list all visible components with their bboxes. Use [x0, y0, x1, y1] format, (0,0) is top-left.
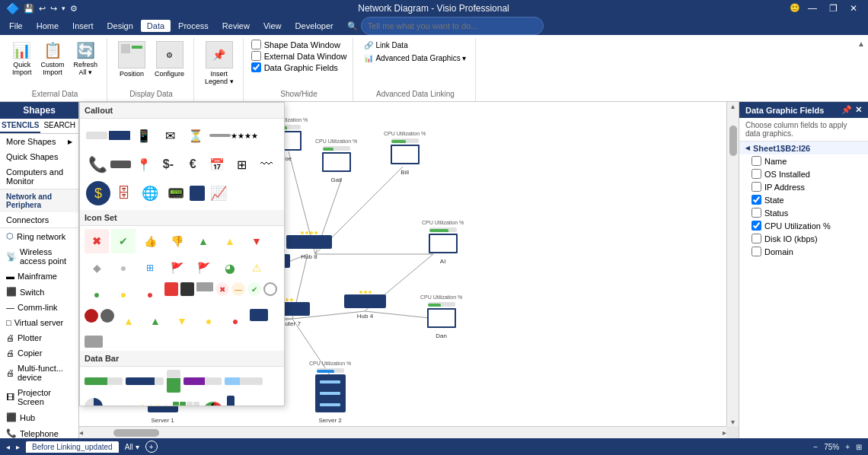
restore-button[interactable]: ❐: [825, 3, 842, 14]
scroll-pages-left-button[interactable]: ◂: [6, 443, 10, 451]
nav-telephone[interactable]: 📞 Telephone: [0, 425, 78, 438]
data-bar-light[interactable]: [225, 377, 263, 385]
icon-thumbup-blue[interactable]: 👍: [138, 229, 162, 253]
icon-dash-circle[interactable]: —: [231, 282, 245, 296]
callout-shape-phone[interactable]: 📞: [86, 152, 109, 177]
nav-more-shapes[interactable]: More Shapes: [0, 134, 78, 149]
nav-comm-link[interactable]: — Comm-link: [0, 300, 78, 315]
callout-shape-coin[interactable]: $: [86, 181, 110, 205]
checkbox-disk[interactable]: [752, 234, 761, 243]
nav-mainframe[interactable]: ▬ Mainframe: [0, 269, 78, 284]
quick-dropdown[interactable]: ▾: [62, 5, 65, 12]
icon-x-circle[interactable]: ✖: [215, 282, 229, 296]
insert-legend-button[interactable]: 📌 InsertLegend ▾: [202, 40, 237, 87]
fit-page-button[interactable]: ⊞: [856, 443, 862, 451]
icon-square-gray-large[interactable]: [85, 336, 103, 348]
configure-button[interactable]: ⚙ Configure: [152, 40, 187, 79]
icon-dot-gray[interactable]: ●: [111, 256, 136, 280]
menu-insert[interactable]: Insert: [66, 20, 100, 32]
tree-field-status[interactable]: Status: [739, 206, 868, 219]
callout-shape-1[interactable]: [86, 132, 107, 139]
tree-field-domain[interactable]: Domain: [739, 245, 868, 258]
callout-shape-dash1[interactable]: [110, 161, 130, 168]
data-bar-green[interactable]: [85, 377, 123, 385]
data-graphic-fields-checkbox[interactable]: [251, 62, 261, 72]
position-button[interactable]: Position: [115, 40, 148, 79]
close-button[interactable]: ✕: [845, 3, 862, 14]
scroll-down-button[interactable]: ▾: [731, 418, 735, 426]
checkbox-domain[interactable]: [752, 247, 761, 256]
checkbox-ip[interactable]: [752, 182, 761, 192]
zoom-in-button[interactable]: +: [845, 443, 850, 451]
data-bar-pie[interactable]: [85, 398, 103, 406]
menu-data[interactable]: Data: [141, 20, 171, 32]
scroll-thumb-h[interactable]: [113, 429, 159, 437]
icon-diamond-gray[interactable]: ◆: [85, 256, 109, 280]
menu-review[interactable]: Review: [216, 20, 256, 32]
nd-node-gail[interactable]: CPU Utilization % Gail: [315, 138, 357, 183]
callout-shape-pulse[interactable]: 📈: [206, 181, 231, 205]
refresh-all-button[interactable]: 🔄 RefreshAll ▾: [71, 40, 101, 78]
icon-arrow-up-green[interactable]: ▲: [191, 229, 215, 253]
custom-import-button[interactable]: 📋 CustomImport: [38, 40, 68, 78]
tree-field-os[interactable]: OS Installed: [739, 167, 868, 180]
data-graphic-fields-checkbox-row[interactable]: Data Graphic Fields: [251, 62, 338, 72]
icon-triangle-yellow2[interactable]: ▼: [170, 309, 194, 333]
data-bar-stars[interactable]: ★★★★: [139, 402, 170, 407]
menu-process[interactable]: Process: [172, 20, 215, 32]
nav-switch[interactable]: ⬛ Switch: [0, 284, 78, 300]
ribbon-collapse-button[interactable]: ▲: [857, 40, 865, 48]
scroll-left-button[interactable]: ◂: [79, 428, 83, 437]
tree-field-cpu[interactable]: CPU Utilization %: [739, 219, 868, 232]
nav-connectors[interactable]: Connectors: [0, 212, 78, 228]
checkbox-status[interactable]: [752, 208, 761, 218]
icon-check-green[interactable]: ✔: [111, 229, 136, 253]
callout-shape-5[interactable]: ⏳: [183, 123, 208, 148]
nd-node-ai[interactable]: CPU Utilization % AI: [422, 220, 464, 265]
data-bar-segmented[interactable]: [173, 402, 199, 406]
zoom-out-button[interactable]: −: [813, 443, 818, 451]
icon-dot-red2[interactable]: ●: [223, 309, 247, 333]
callout-shape-euro[interactable]: €: [181, 152, 204, 177]
icon-square-black[interactable]: [180, 282, 194, 296]
menu-developer[interactable]: Developer: [289, 20, 340, 32]
tab-stencils[interactable]: STENCILS: [0, 119, 40, 133]
tree-field-disk[interactable]: Disk IO (kbps): [739, 232, 868, 245]
scrollbar-horizontal[interactable]: ◂ ▸: [79, 426, 726, 438]
icon-segment-gray[interactable]: [196, 282, 213, 291]
link-data-button[interactable]: 🔗 Link Data: [361, 40, 410, 51]
scroll-up-button[interactable]: ▴: [731, 102, 735, 110]
icon-flag-red[interactable]: 🚩: [164, 256, 189, 280]
nav-quick-shapes[interactable]: Quick Shapes: [0, 149, 78, 164]
icon-circle-gray-dark[interactable]: [101, 309, 114, 323]
minimize-button[interactable]: —: [803, 3, 822, 14]
menu-view[interactable]: View: [257, 20, 288, 32]
icon-square-red[interactable]: [164, 282, 178, 296]
callout-shape-2[interactable]: [109, 131, 130, 140]
nav-copier[interactable]: 🖨 Copier: [0, 345, 78, 361]
callout-shape-6[interactable]: [209, 134, 231, 137]
nav-network-section[interactable]: Network and Periphera: [0, 189, 78, 212]
tree-sheet-node[interactable]: ◂ Sheet1$B2:I26: [739, 142, 868, 154]
checkbox-os[interactable]: [752, 169, 761, 179]
nav-wireless[interactable]: 📡 Wireless access point: [0, 244, 78, 269]
checkbox-cpu[interactable]: [752, 221, 761, 231]
callout-shape-4[interactable]: ✉: [158, 123, 182, 148]
scroll-right-button[interactable]: ▸: [723, 428, 726, 437]
menu-design[interactable]: Design: [101, 20, 139, 32]
customize-icon[interactable]: ⚙: [70, 4, 78, 14]
scrollbar-vertical[interactable]: ▴ ▾: [726, 102, 739, 426]
close-panel-button[interactable]: ✕: [855, 105, 862, 115]
nav-ring-network[interactable]: ⬡ Ring network: [0, 228, 78, 244]
icon-flag-yellow[interactable]: 🚩: [191, 256, 215, 280]
scroll-thumb-v[interactable]: [729, 126, 737, 156]
quick-save[interactable]: 💾: [24, 4, 34, 14]
scroll-pages-right-button[interactable]: ▸: [16, 443, 20, 451]
menu-home[interactable]: Home: [30, 20, 65, 32]
menu-file[interactable]: File: [3, 20, 29, 32]
nav-virtual-server[interactable]: □ Virtual server: [0, 315, 78, 330]
callout-shape-stars[interactable]: ★★★★: [232, 123, 257, 148]
all-pages-dropdown[interactable]: All ▾: [125, 443, 139, 451]
quick-undo[interactable]: ↩: [39, 4, 46, 14]
external-data-window-checkbox[interactable]: [251, 51, 261, 61]
